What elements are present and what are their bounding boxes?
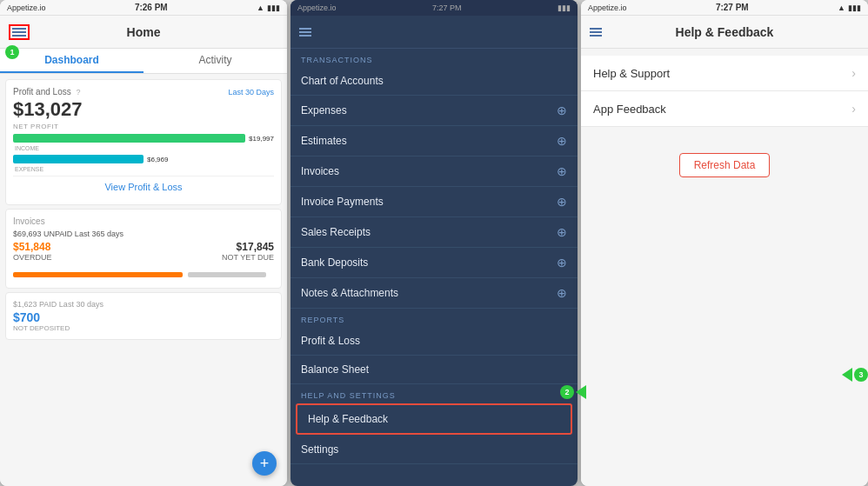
menu-item-expenses-label: Expenses xyxy=(301,104,347,117)
amounts-row: $51,848 OVERDUE $17,845 NOT YET DUE xyxy=(13,241,274,262)
app-feedback-item[interactable]: App Feedback › xyxy=(581,91,868,127)
income-sub-label: INCOME xyxy=(15,145,274,151)
help-support-label: Help & Support xyxy=(593,67,670,80)
menu-item-sales-label: Sales Receipts xyxy=(301,226,371,238)
paid-amount: $700 xyxy=(13,310,274,324)
profit-loss-header: Profit and Loss ? Last 30 Days xyxy=(13,87,274,97)
net-label: NET PROFIT xyxy=(13,123,274,130)
nyd-label: NOT YET DUE xyxy=(222,253,274,262)
menu-item-notes[interactable]: Notes & Attachments ⊕ xyxy=(290,278,578,309)
overdue-bar xyxy=(13,272,183,277)
menu-item-expenses[interactable]: Expenses ⊕ xyxy=(290,96,578,126)
hamburger-line-1 xyxy=(12,28,26,30)
main-container: 1 Appetize.io 7:26 PM ▲ ▮▮▮ Home xyxy=(0,0,868,486)
app-name-1: Appetize.io xyxy=(7,3,46,12)
app-name-2: Appetize.io xyxy=(297,3,337,12)
tabs-1: Dashboard Activity xyxy=(0,49,287,74)
menu-item-invoice-payments[interactable]: Invoice Payments ⊕ xyxy=(290,187,578,217)
nav-title-1: Home xyxy=(127,25,161,39)
menu-button-1[interactable] xyxy=(9,24,30,40)
view-profit-loss-link[interactable]: View Profit & Loss xyxy=(13,176,274,197)
screen1-content: Profit and Loss ? Last 30 Days $13,027 N… xyxy=(0,74,287,486)
screen3-wrapper: 3 Appetize.io 7:27 PM ▲ ▮▮▮ Help & Feedb xyxy=(581,0,868,486)
overdue-amount: $51,848 xyxy=(13,241,52,253)
badge-1: 1 xyxy=(5,45,19,59)
hamburger-2-line-1 xyxy=(299,28,311,30)
app-name-3: Appetize.io xyxy=(588,3,627,12)
menu-item-invoice-payments-label: Invoice Payments xyxy=(301,196,384,208)
profit-loss-label: Profit and Loss ? xyxy=(13,87,81,97)
hamburger-2-line-2 xyxy=(299,31,311,33)
hamburger-2-line-3 xyxy=(299,35,311,37)
menu-item-sales-receipts[interactable]: Sales Receipts ⊕ xyxy=(290,217,578,248)
menu-item-bank-deposits[interactable]: Bank Deposits ⊕ xyxy=(290,248,578,278)
ham-line-1 xyxy=(590,28,602,30)
nyd-col: $17,845 NOT YET DUE xyxy=(222,241,274,262)
menu-item-settings-label: Settings xyxy=(301,443,338,456)
help-support-item[interactable]: Help & Support › xyxy=(581,56,868,91)
transactions-section-label: TRANSACTIONS xyxy=(290,49,578,67)
app-feedback-label: App Feedback xyxy=(593,103,666,116)
help-content: Help & Support › App Feedback › Refresh … xyxy=(581,49,868,486)
battery-icon-3: ▮▮▮ xyxy=(848,3,861,12)
tab-activity[interactable]: Activity xyxy=(144,49,287,73)
screen2: Appetize.io 7:27 PM ▮▮▮ TRANSACTIONS Cha… xyxy=(290,0,578,486)
menu-item-profit-label: Profit & Loss xyxy=(301,335,360,347)
help-items-list: Help & Support › App Feedback › xyxy=(581,56,868,127)
status-bar-2: Appetize.io 7:27 PM ▮▮▮ xyxy=(290,0,578,16)
profit-amount: $13,027 xyxy=(13,98,274,121)
ham-line-3 xyxy=(590,35,602,37)
plus-icon-bank: ⊕ xyxy=(557,256,567,270)
tab-dashboard[interactable]: Dashboard xyxy=(0,49,144,73)
nyd-bar xyxy=(188,272,266,277)
annotation-3-container: 3 xyxy=(842,368,868,382)
help-menu-button[interactable] xyxy=(590,28,602,37)
status-icons-1: ▲ ▮▮▮ xyxy=(257,3,280,12)
paid-label: $1,623 PAID Last 30 days xyxy=(13,300,274,309)
badge-2: 2 xyxy=(560,385,574,399)
paid-section: $1,623 PAID Last 30 days $700 NOT DEPOSI… xyxy=(5,292,282,340)
fab-button[interactable]: + xyxy=(252,451,277,476)
plus-icon-invoices: ⊕ xyxy=(557,164,567,178)
menu-item-balance-sheet[interactable]: Balance Sheet xyxy=(290,356,578,384)
nyd-amount: $17,845 xyxy=(222,241,274,253)
status-bar-1: Appetize.io 7:26 PM ▲ ▮▮▮ xyxy=(0,0,287,16)
menu-item-balance-label: Balance Sheet xyxy=(301,363,369,376)
screen2-wrapper: 2 Appetize.io 7:27 PM ▮▮▮ TRANS xyxy=(290,0,578,486)
menu-item-chart-label: Chart of Accounts xyxy=(301,75,384,87)
overdue-col: $51,848 OVERDUE xyxy=(13,241,52,262)
menu-item-help-label: Help & Feedback xyxy=(308,413,388,425)
menu-item-estimates[interactable]: Estimates ⊕ xyxy=(290,126,578,156)
menu-item-chart-of-accounts[interactable]: Chart of Accounts xyxy=(290,67,578,96)
refresh-data-button[interactable]: Refresh Data xyxy=(679,153,771,177)
menu-item-profit-loss[interactable]: Profit & Loss xyxy=(290,327,578,356)
expense-bar-row: $6,969 xyxy=(13,155,274,163)
menu-item-notes-label: Notes & Attachments xyxy=(301,287,398,299)
plus-icon-estimates: ⊕ xyxy=(557,134,567,148)
arrow-3 xyxy=(842,368,852,382)
time-2: 7:27 PM xyxy=(432,3,462,12)
menu-item-invoices[interactable]: Invoices ⊕ xyxy=(290,156,578,187)
question-mark: ? xyxy=(77,88,81,97)
not-deposited-label: NOT DEPOSITED xyxy=(13,324,274,332)
menu-header xyxy=(290,16,578,49)
annotation-1: 1 xyxy=(5,45,19,59)
income-label: $19,997 xyxy=(249,135,274,143)
badge-3: 3 xyxy=(854,368,868,382)
menu-item-settings[interactable]: Settings xyxy=(290,436,578,464)
plus-icon-notes: ⊕ xyxy=(557,286,567,300)
menu-item-estimates-label: Estimates xyxy=(301,135,347,147)
expense-label: $6,969 xyxy=(147,156,168,163)
battery-icon-1: ▮▮▮ xyxy=(267,3,280,12)
plus-icon-sales: ⊕ xyxy=(557,225,567,239)
menu-item-help-feedback[interactable]: Help & Feedback xyxy=(296,403,572,435)
last-30-label: Last 30 Days xyxy=(228,88,274,97)
invoice-bars xyxy=(13,265,274,281)
time-1: 7:26 PM xyxy=(135,3,168,12)
status-icons-3: ▲ ▮▮▮ xyxy=(838,3,861,12)
hamburger-line-3 xyxy=(12,35,26,37)
overdue-label: OVERDUE xyxy=(13,253,52,262)
income-bar xyxy=(13,134,245,143)
menu-hamburger-icon[interactable] xyxy=(299,28,311,37)
plus-icon-expenses: ⊕ xyxy=(557,103,567,117)
